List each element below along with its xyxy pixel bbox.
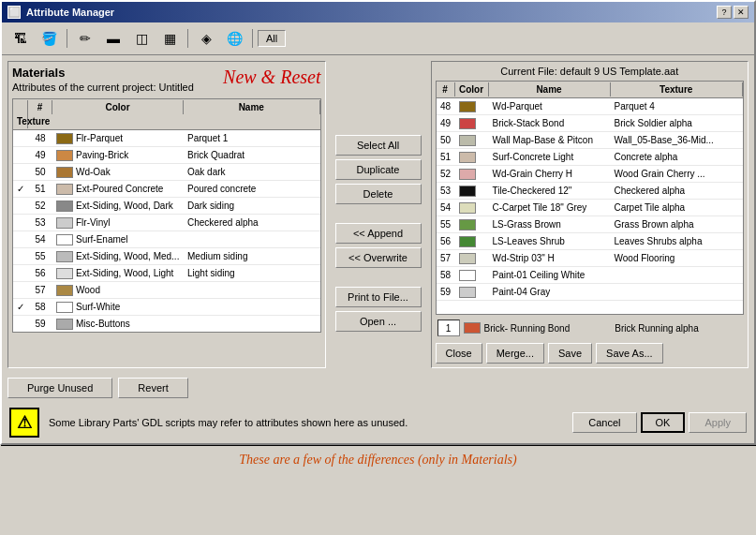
overwrite-button[interactable]: << Overwrite bbox=[335, 247, 422, 268]
close-button[interactable]: ✕ bbox=[734, 6, 749, 19]
purge-button[interactable]: Purge Unused bbox=[7, 378, 112, 398]
right-table-body[interactable]: 48 Wd-Parquet Parquet 4 49 Brick-Stack B… bbox=[437, 98, 744, 305]
table-row[interactable]: 53 Flr-Vinyl Checkered alpha bbox=[13, 215, 320, 231]
row-name: Wd-Oak bbox=[76, 167, 111, 177]
help-button[interactable]: ? bbox=[717, 6, 732, 19]
row-name: Flr-Vinyl bbox=[76, 217, 110, 228]
row-texture: Parquet 4 bbox=[611, 100, 744, 112]
row-num: 54 bbox=[437, 201, 455, 214]
right-panel: Current File: default 9 US Template.aat … bbox=[431, 61, 749, 368]
composite-toolbar-btn[interactable]: ▦ bbox=[156, 26, 183, 51]
table-row[interactable]: 50 Wall Map-Base & Pitcon Wall_05-Base_3… bbox=[437, 132, 744, 149]
row-color-cell: Ext-Siding, Wood, Med... bbox=[52, 250, 184, 263]
row-num: 55 bbox=[437, 218, 455, 230]
row-name: Ext-Siding, Wood, Dark bbox=[76, 201, 173, 211]
table-row[interactable]: 59 Misc-Buttons bbox=[13, 316, 320, 333]
table-row[interactable]: 55 Ext-Siding, Wood, Med... Medium sidin… bbox=[13, 248, 320, 265]
table-row[interactable]: 49 Brick-Stack Bond Brick Soldier alpha bbox=[437, 115, 744, 132]
col-color-left: Color bbox=[52, 100, 184, 114]
select-all-button[interactable]: Select All bbox=[335, 135, 422, 156]
col-check bbox=[13, 100, 28, 114]
row-color-cell bbox=[455, 252, 489, 265]
row-texture bbox=[611, 291, 744, 293]
row-color-cell bbox=[455, 269, 489, 282]
table-row[interactable]: 52 Ext-Siding, Wood, Dark Dark siding bbox=[13, 198, 320, 215]
delete-button[interactable]: Delete bbox=[335, 184, 422, 204]
row-name: Misc-Buttons bbox=[76, 319, 130, 329]
row-texture: Brick Soldier alpha bbox=[611, 117, 744, 129]
row-texture: Parquet 1 bbox=[184, 132, 320, 144]
surface-toolbar-btn[interactable]: ◫ bbox=[128, 26, 155, 51]
table-row[interactable]: ✓ 58 Surf-White bbox=[13, 299, 320, 316]
row-name: Wood bbox=[76, 285, 100, 295]
right-table: # Color Name Texture 48 Wd-Parquet Parqu… bbox=[436, 81, 745, 315]
merge-button[interactable]: Merge... bbox=[486, 343, 544, 364]
row-texture: Checkered alpha bbox=[184, 216, 320, 229]
table-row[interactable]: 51 Surf-Concrete Light Concrete alpha bbox=[437, 149, 744, 166]
row-texture: Brick Quadrat bbox=[184, 149, 320, 161]
row-num: 59 bbox=[437, 286, 455, 298]
row-name: Surf-White bbox=[76, 302, 120, 312]
table-row[interactable]: 48 Wd-Parquet Parquet 4 bbox=[437, 98, 744, 115]
row-texture: Leaves Shrubs alpha bbox=[611, 235, 744, 247]
save-as-button[interactable]: Save As... bbox=[596, 343, 663, 364]
bottom-name: Brick- Running Bond bbox=[484, 323, 612, 334]
table-row[interactable]: 57 Wd-Strip 03" H Wood Flooring bbox=[437, 250, 744, 267]
color-swatch bbox=[459, 270, 476, 281]
cancel-button[interactable]: Cancel bbox=[572, 412, 636, 433]
all-button[interactable]: All bbox=[258, 30, 286, 47]
content-area: Materials Attributes of the current proj… bbox=[2, 55, 754, 374]
pen-toolbar-btn[interactable]: ✏ bbox=[72, 26, 98, 51]
row-num: 48 bbox=[28, 132, 52, 144]
row-num: 58 bbox=[28, 301, 52, 313]
table-row[interactable]: 54 Surf-Enamel bbox=[13, 231, 320, 248]
color-swatch bbox=[56, 150, 73, 161]
line-toolbar-btn[interactable]: ▬ bbox=[100, 26, 126, 51]
world-toolbar-btn[interactable]: 🌐 bbox=[221, 26, 247, 51]
left-table-body[interactable]: 48 Flr-Parquet Parquet 1 49 Paving-Brick… bbox=[13, 130, 320, 333]
row-texture bbox=[611, 275, 744, 276]
table-row[interactable]: 59 Paint-04 Gray bbox=[437, 284, 744, 301]
table-row[interactable]: 52 Wd-Grain Cherry H Wood Grain Cherry .… bbox=[437, 166, 744, 183]
table-row[interactable]: ✓ 51 Ext-Poured Concrete Poured concrete bbox=[13, 181, 320, 198]
window-icon: ⬜ bbox=[7, 6, 21, 19]
fill-toolbar-btn[interactable]: 🪣 bbox=[36, 26, 62, 51]
table-row[interactable]: 58 Paint-01 Ceiling White bbox=[437, 267, 744, 284]
toolbar-sep-1 bbox=[67, 29, 67, 48]
rcol-color: Color bbox=[455, 82, 489, 97]
open-button[interactable]: Open ... bbox=[335, 311, 422, 332]
append-button[interactable]: << Append bbox=[335, 223, 422, 244]
materials-toolbar-btn[interactable]: 🏗 bbox=[7, 26, 34, 51]
row-texture: Grass Brown alpha bbox=[611, 218, 744, 230]
color-swatch bbox=[459, 236, 476, 247]
middle-panel: Select All Duplicate Delete << Append <<… bbox=[332, 61, 425, 368]
color-swatch bbox=[459, 101, 476, 112]
table-row[interactable]: 57 Wood bbox=[13, 282, 320, 299]
table-row[interactable]: 54 C-Carpet Tile 18" Grey Carpet Tile al… bbox=[437, 200, 744, 216]
close-button[interactable]: Close bbox=[436, 343, 482, 364]
table-row[interactable]: 53 Tile-Checkered 12" Checkered alpha bbox=[437, 183, 744, 200]
duplicate-button[interactable]: Duplicate bbox=[335, 159, 422, 180]
revert-button[interactable]: Revert bbox=[118, 378, 187, 398]
table-row[interactable]: 56 Ext-Siding, Wood, Light Light siding bbox=[13, 265, 320, 282]
page-number[interactable]: 1 bbox=[437, 320, 460, 336]
apply-button[interactable]: Apply bbox=[689, 412, 747, 433]
row-color-cell: Wd-Oak bbox=[52, 166, 184, 179]
row-texture: Checkered alpha bbox=[611, 185, 744, 197]
toolbar-sep-3 bbox=[252, 29, 253, 48]
row-color-cell: Ext-Poured Concrete bbox=[52, 183, 184, 196]
table-row[interactable]: 49 Paving-Brick Brick Quadrat bbox=[13, 147, 320, 164]
ok-button[interactable]: OK bbox=[641, 412, 686, 433]
save-button[interactable]: Save bbox=[548, 343, 592, 364]
color-swatch bbox=[56, 217, 73, 229]
table-row[interactable]: 56 LS-Leaves Shrub Leaves Shrubs alpha bbox=[437, 233, 744, 250]
row-color-cell: Surf-Enamel bbox=[52, 233, 184, 246]
row-color-cell: Wood bbox=[52, 284, 184, 297]
table-row[interactable]: 50 Wd-Oak Oak dark bbox=[13, 164, 320, 181]
zone-toolbar-btn[interactable]: ◈ bbox=[193, 26, 219, 51]
table-row[interactable]: 55 LS-Grass Brown Grass Brown alpha bbox=[437, 216, 744, 233]
color-swatch bbox=[56, 302, 73, 313]
table-row[interactable]: 48 Flr-Parquet Parquet 1 bbox=[13, 130, 320, 147]
print-button[interactable]: Print to File... bbox=[335, 287, 422, 307]
row-color-cell bbox=[455, 185, 489, 198]
